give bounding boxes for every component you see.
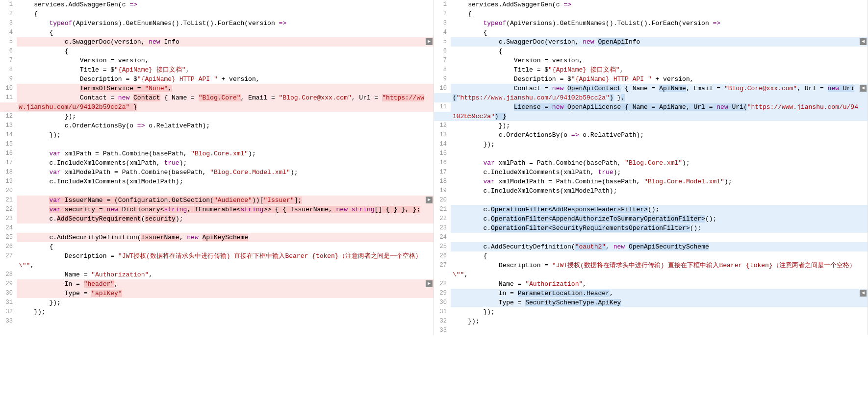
line-content[interactable]: Description = $"{ApiName} HTTP API " + v… (451, 75, 868, 84)
line-content[interactable]: { (451, 251, 868, 261)
line-content[interactable]: c.AddSecurityDefinition("oauth2", new Op… (451, 242, 868, 251)
code-line[interactable]: 26 { (434, 251, 868, 261)
code-line[interactable]: 3 typeof(ApiVersions).GetEnumNames().ToL… (434, 19, 868, 28)
code-line[interactable]: 23 c.OperationFilter<SecurityRequirement… (434, 224, 868, 233)
diff-marker-icon[interactable]: ◀ (860, 85, 867, 92)
code-line[interactable]: 16 var xmlPath = Path.Combine(basePath, … (434, 158, 868, 168)
code-line[interactable]: 19 c.IncludeXmlComments(xmlModelPath); (434, 186, 868, 196)
line-content[interactable]: Version = version, (451, 56, 868, 65)
code-line[interactable]: 14 }); (434, 140, 868, 149)
line-content[interactable]: Description = "JWT授权(数据将在请求头中进行传输) 直接在下框… (17, 251, 434, 270)
code-line[interactable]: 32 }); (0, 307, 434, 317)
line-content[interactable]: Version = version, (17, 56, 434, 65)
code-line[interactable]: 25 c.AddSecurityDefinition(IssuerName, n… (0, 233, 434, 242)
code-line[interactable]: 19 c.IncludeXmlComments(xmlModelPath); (0, 177, 434, 186)
line-content[interactable]: services.AddSwaggerGen(c => (451, 0, 868, 9)
code-line[interactable]: 15 (434, 149, 868, 158)
code-line[interactable]: 17 c.IncludeXmlComments(xmlPath, true); (0, 158, 434, 168)
code-line[interactable]: 30 Type = SecuritySchemeType.ApiKey (434, 298, 868, 307)
code-line[interactable]: 29 In = "header",▶ (0, 279, 434, 289)
code-line[interactable]: 29 In = ParameterLocation.Header,◀ (434, 289, 868, 298)
right-pane[interactable]: 1 services.AddSwaggerGen(c =>2 {3 typeof… (434, 0, 868, 335)
code-line[interactable]: 14 }); (0, 130, 434, 140)
line-content[interactable]: }); (451, 140, 868, 149)
code-line[interactable]: 21 var IssuerName = (Configuration.GetSe… (0, 196, 434, 205)
line-content[interactable]: c.AddSecurityRequirement(security); (17, 214, 434, 224)
code-line[interactable]: 30 Type = "apiKey" (0, 289, 434, 298)
line-content[interactable]: c.OperationFilter<AppendAuthorizeToSumma… (451, 214, 868, 224)
code-line[interactable]: 33 (434, 326, 868, 335)
line-content[interactable]: c.OrderActionsBy(o => o.RelativePath); (451, 130, 868, 140)
line-content[interactable]: In = "header", (17, 279, 434, 289)
line-content[interactable]: services.AddSwaggerGen(c => (17, 0, 434, 9)
line-content[interactable]: Title = $"{ApiName} 接口文档", (451, 65, 868, 75)
line-content[interactable]: }); (451, 121, 868, 130)
line-content[interactable]: Type = SecuritySchemeType.ApiKey (451, 298, 868, 307)
line-content[interactable]: Contact = new Contact { Name = "Blog.Cor… (17, 93, 434, 112)
left-pane[interactable]: 1 services.AddSwaggerGen(c =>2 {3 typeof… (0, 0, 434, 335)
code-line[interactable]: 18 var xmlModelPath = Path.Combine(baseP… (434, 177, 868, 186)
line-content[interactable]: }); (17, 307, 434, 317)
code-line[interactable]: 4 { (434, 28, 868, 37)
code-line[interactable]: 24 (434, 233, 868, 242)
line-content[interactable]: Name = "Authorization", (17, 270, 434, 279)
line-content[interactable]: c.IncludeXmlComments(xmlPath, true); (451, 168, 868, 177)
line-content[interactable]: c.IncludeXmlComments(xmlPath, true); (17, 158, 434, 168)
code-line[interactable]: 31 }); (434, 307, 868, 317)
line-content[interactable]: c.OperationFilter<AddResponseHeadersFilt… (451, 205, 868, 214)
code-line[interactable]: 6 { (434, 47, 868, 56)
code-line[interactable]: 4 { (0, 28, 434, 37)
code-line[interactable]: 22 var security = new Dictionary<string,… (0, 205, 434, 214)
line-content[interactable]: Type = "apiKey" (17, 289, 434, 298)
line-content[interactable]: var xmlPath = Path.Combine(basePath, "Bl… (17, 149, 434, 158)
line-content[interactable]: { (451, 47, 868, 56)
code-line[interactable]: 10 Contact = new OpenApiContact { Name =… (434, 84, 868, 102)
line-content[interactable]: Title = $"{ApiName} 接口文档", (17, 65, 434, 75)
code-line[interactable]: 2 { (0, 9, 434, 19)
code-line[interactable]: 16 var xmlPath = Path.Combine(basePath, … (0, 149, 434, 158)
line-content[interactable]: typeof(ApiVersions).GetEnumNames().ToLis… (451, 19, 868, 28)
code-line[interactable]: 21 c.OperationFilter<AddResponseHeadersF… (434, 205, 868, 214)
line-content[interactable]: { (17, 47, 434, 56)
code-line[interactable]: 8 Title = $"{ApiName} 接口文档", (0, 65, 434, 75)
line-content[interactable]: }); (17, 130, 434, 140)
line-content[interactable]: c.AddSecurityDefinition(IssuerName, new … (17, 233, 434, 242)
code-line[interactable]: 3 typeof(ApiVersions).GetEnumNames().ToL… (0, 19, 434, 28)
line-content[interactable]: Name = "Authorization", (451, 279, 868, 289)
line-content[interactable]: { (17, 242, 434, 251)
line-content[interactable]: }); (17, 112, 434, 121)
code-line[interactable]: 26 { (0, 242, 434, 251)
line-content[interactable]: }); (451, 307, 868, 317)
diff-marker-icon[interactable]: ◀ (860, 38, 867, 45)
line-content[interactable]: var IssuerName = (Configuration.GetSecti… (17, 196, 434, 205)
code-line[interactable]: 12 }); (434, 121, 868, 130)
code-line[interactable]: 23 c.AddSecurityRequirement(security); (0, 214, 434, 224)
line-content[interactable]: { (17, 9, 434, 19)
code-line[interactable]: 9 Description = $"{ApiName} HTTP API " +… (0, 75, 434, 84)
code-line[interactable]: 7 Version = version, (434, 56, 868, 65)
code-line[interactable]: 1 services.AddSwaggerGen(c => (0, 0, 434, 9)
line-content[interactable]: { (451, 9, 868, 19)
code-line[interactable]: 32 }); (434, 317, 868, 326)
line-content[interactable]: In = ParameterLocation.Header, (451, 289, 868, 298)
line-content[interactable]: var xmlPath = Path.Combine(basePath, "Bl… (451, 158, 868, 168)
code-line[interactable]: 28 Name = "Authorization", (0, 270, 434, 279)
code-line[interactable]: 11 Contact = new Contact { Name = "Blog.… (0, 93, 434, 112)
line-content[interactable]: c.IncludeXmlComments(xmlModelPath); (17, 177, 434, 186)
line-content[interactable]: typeof(ApiVersions).GetEnumNames().ToLis… (17, 19, 434, 28)
line-content[interactable]: TermsOfService = "None", (17, 84, 434, 93)
code-line[interactable]: 17 c.IncludeXmlComments(xmlPath, true); (434, 168, 868, 177)
line-content[interactable]: c.OrderActionsBy(o => o.RelativePath); (17, 121, 434, 130)
code-line[interactable]: 27 Description = "JWT授权(数据将在请求头中进行传输) 直接… (0, 251, 434, 270)
code-line[interactable]: 33 (0, 317, 434, 326)
code-line[interactable]: 22 c.OperationFilter<AppendAuthorizeToSu… (434, 214, 868, 224)
code-line[interactable]: 20 (0, 186, 434, 196)
code-line[interactable]: 11 License = new OpenApiLicense { Name =… (434, 102, 868, 121)
line-content[interactable]: c.SwaggerDoc(version, new Info (17, 37, 434, 47)
line-content[interactable]: var security = new Dictionary<string, IE… (17, 205, 434, 214)
line-content[interactable]: }); (451, 317, 868, 326)
line-content[interactable]: c.SwaggerDoc(version, new OpenApiInfo (451, 37, 868, 47)
line-content[interactable]: License = new OpenApiLicense { Name = Ap… (451, 102, 868, 121)
code-line[interactable]: 6 { (0, 47, 434, 56)
code-line[interactable]: 12 }); (0, 112, 434, 121)
